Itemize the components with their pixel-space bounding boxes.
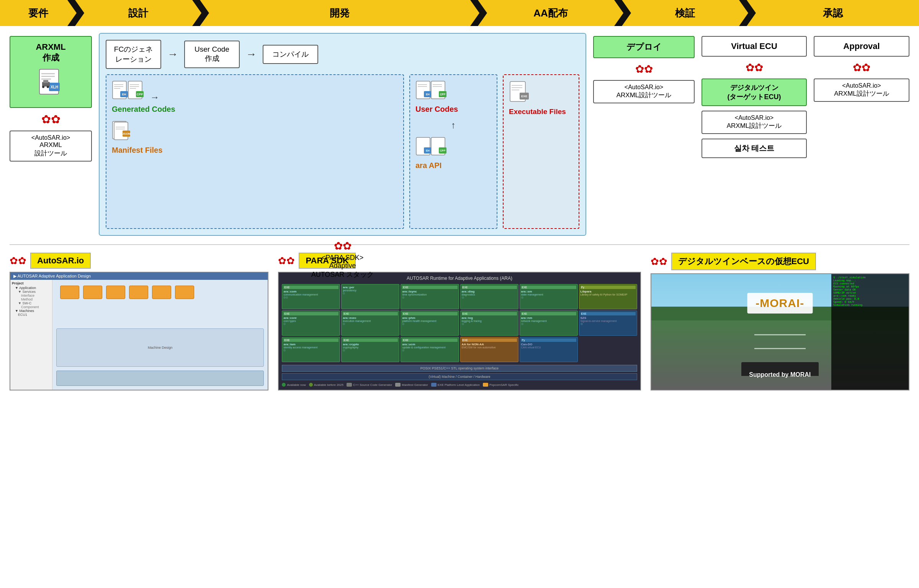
arxml-column: ARXML 作成 XLH: [10, 33, 92, 162]
svg-rect-25: [116, 129, 125, 129]
manifest-files-label: Manifest Files: [112, 146, 162, 155]
svg-rect-13: [114, 88, 120, 89]
executable-files-label: Executable Files: [509, 108, 566, 116]
aa-column: デプロイ ✿✿ <AutoSAR.io> ARXML設計ツール: [593, 33, 695, 103]
autosar-screenshot: ▶ AUTOSAR Adaptive Application Design Pr…: [10, 272, 268, 390]
user-file-icon2: CPP: [429, 80, 448, 103]
autosar-bottom-star: ✿✿: [10, 255, 26, 267]
dev-column: FCのジェネ レーション → User Code 作成 → コンパイル: [99, 33, 586, 236]
ara-api-label: ara API: [415, 161, 442, 170]
arrow2: →: [246, 48, 257, 60]
ara-api-area: EH CPP ara API: [415, 137, 491, 170]
svg-rect-11: [114, 84, 123, 85]
manifest-files-area: JSON Manifest Files: [112, 120, 398, 155]
approval-star: ✿✿: [853, 61, 870, 74]
morai-bottom-item: ✿✿ デジタルツインベースの仮想ECU: [651, 253, 909, 390]
arrow1: →: [167, 48, 178, 60]
virtual-tool-box: <AutoSAR.io> ARXML設計ツール: [702, 111, 807, 134]
approval-tool-box: <AutoSAR.io> ARXML設計ツール: [814, 78, 909, 102]
pipeline-step-kensho: 検証: [622, 0, 748, 26]
para-star: ✿✿: [334, 240, 352, 252]
arxml-star: ✿✿: [41, 113, 61, 126]
dev-left-dashed: EH CPP →: [106, 74, 404, 229]
user-codes-area: EH CPP User Codes: [415, 80, 491, 114]
virtual-ecu-column: Virtual ECU ✿✿ デジタルツイン (ターゲットECU) <AutoS…: [702, 33, 807, 158]
virtual-star: ✿✿: [746, 61, 763, 74]
para-sdk-below: ✿✿ <PARA SDK> Adaptive AUTOSAR スタック: [99, 240, 586, 279]
autosar-bottom-label: AutoSAR.io: [30, 253, 91, 269]
svg-text:EXE: EXE: [521, 95, 528, 98]
dev-middle-dashed: EH CPP User Codes: [409, 74, 497, 229]
svg-rect-2: [41, 76, 55, 77]
generated-codes-area: EH CPP →: [112, 80, 398, 114]
gen-file-icon2: CPP: [126, 80, 146, 103]
test-box: 실차 테스트: [702, 139, 807, 158]
svg-rect-3: [41, 78, 51, 80]
svg-rect-7: [43, 80, 48, 83]
user-codes-label: User Codes: [415, 105, 458, 114]
svg-rect-24: [116, 127, 125, 127]
user-code-node: User Code 作成: [184, 41, 240, 68]
svg-rect-12: [114, 86, 123, 87]
arrow-gen-to-user: →: [150, 92, 159, 103]
svg-rect-46: [512, 87, 522, 88]
aa-star: ✿✿: [635, 63, 653, 75]
virtual-ecu-box: Virtual ECU: [702, 36, 807, 57]
approval-column: Approval ✿✿ <AutoSAR.io> ARXML設計ツール: [814, 33, 909, 102]
svg-rect-18: [130, 86, 139, 87]
dev-top-row: FCのジェネ レーション → User Code 作成 → コンパイル: [106, 40, 579, 69]
approval-box: Approval: [814, 36, 909, 57]
arxml-file-icon: XLH: [38, 67, 64, 98]
dev-outer-box: FCのジェネ レーション → User Code 作成 → コンパイル: [99, 33, 586, 236]
compile-node: コンパイル: [263, 45, 318, 64]
svg-rect-47: [512, 90, 519, 90]
svg-rect-19: [130, 88, 136, 89]
pipeline-header: 要件 設計 開発 AA配布 検証 承認: [0, 0, 919, 26]
svg-rect-29: [418, 84, 427, 85]
svg-rect-17: [130, 84, 139, 85]
svg-text:XLH: XLH: [51, 85, 58, 89]
svg-text:JSON: JSON: [122, 132, 131, 136]
para-sdk-label: <PARA SDK> Adaptive AUTOSAR スタック: [311, 254, 374, 279]
svg-rect-34: [433, 84, 442, 85]
digital-twin-bottom-label: デジタルツインベースの仮想ECU: [671, 253, 816, 270]
svg-point-9: [47, 86, 49, 88]
svg-rect-30: [418, 86, 427, 87]
svg-text:CPP: CPP: [440, 149, 446, 152]
arxml-box: ARXML 作成 XLH: [10, 36, 92, 108]
arxml-title1: ARXML: [18, 42, 83, 52]
generated-codes-label: Generated Codes: [112, 105, 175, 114]
pipeline-step-shonin: 承認: [747, 0, 919, 26]
ara-file-icon2: CPP: [429, 137, 448, 159]
svg-text:CPP: CPP: [137, 93, 143, 96]
svg-point-8: [42, 86, 44, 88]
arxml-tool-box: <AutoSAR.io> ARXML 設計ツール: [10, 131, 92, 162]
svg-rect-1: [41, 73, 55, 74]
dev-right-dashed: EXE Executable Files: [503, 74, 579, 229]
para-sdk-diagram: AUTOSAR Runtime for Adaptive Application…: [278, 272, 641, 390]
pipeline-step-aa: AA配布: [478, 0, 623, 26]
svg-text:CPP: CPP: [440, 93, 446, 96]
svg-rect-35: [433, 86, 442, 87]
svg-text:EH: EH: [122, 93, 126, 96]
page-container: 要件 設計 開発 AA配布 検証 承認 ARXML 作成: [0, 0, 919, 588]
pipeline-step-sekkei: 設計: [75, 0, 201, 26]
deploy-box: デプロイ: [593, 36, 695, 58]
fc-gen-node: FCのジェネ レーション: [106, 40, 161, 69]
dev-middle: EH CPP →: [106, 74, 579, 229]
manifest-file-icon: JSON: [112, 120, 133, 144]
digital-twin-box: デジタルツイン (ターゲットECU): [702, 78, 807, 106]
upward-arrow-ara: ↑: [415, 120, 491, 131]
morai-screenshot: -MORAI- Supported by MORAI $ ./start_sim…: [651, 273, 909, 390]
pipeline-step-kaihatsu: 開発: [200, 0, 479, 26]
morai-bottom-star: ✿✿: [651, 256, 667, 268]
aa-tool-box: <AutoSAR.io> ARXML設計ツール: [593, 80, 695, 103]
svg-rect-45: [512, 85, 522, 86]
pipeline-step-youken: 要件: [0, 0, 77, 26]
top-content: ARXML 作成 XLH: [0, 26, 919, 240]
exe-file-icon: EXE: [509, 80, 531, 105]
arxml-title2: 作成: [18, 52, 83, 64]
